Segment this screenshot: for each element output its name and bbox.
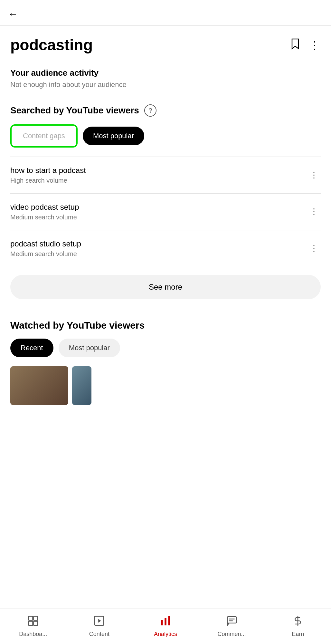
more-vert-icon[interactable]: ⋮	[309, 39, 321, 52]
nav-label-comments: Commen...	[218, 631, 246, 638]
audience-activity-subtitle: Not enough info about your audience	[10, 81, 321, 89]
svg-rect-8	[168, 616, 170, 625]
result-item-title: video podcast setup	[10, 203, 79, 212]
result-more-icon[interactable]: ⋮	[307, 169, 321, 181]
nav-item-dashboard[interactable]: Dashboa...	[0, 615, 66, 638]
nav-label-earn: Earn	[292, 631, 304, 638]
table-row: podcast studio setup Medium search volum…	[10, 230, 321, 267]
watched-section: Watched by YouTube viewers Recent Most p…	[0, 311, 331, 410]
table-row: how to start a podcast High search volum…	[10, 157, 321, 194]
page-title-section: podcasting ⋮	[0, 26, 331, 62]
result-item-text: video podcast setup Medium search volume	[10, 203, 79, 221]
thumbnail-item[interactable]	[10, 366, 68, 405]
tab-recent[interactable]: Recent	[10, 339, 53, 357]
svg-rect-3	[33, 621, 38, 625]
result-item-text: podcast studio setup Medium search volum…	[10, 239, 81, 258]
back-button[interactable]: ←	[8, 7, 21, 20]
tab-most-popular[interactable]: Most popular	[83, 127, 144, 145]
searched-section: Searched by YouTube viewers ? Content ga…	[0, 95, 331, 311]
help-icon[interactable]: ?	[144, 104, 156, 117]
audience-activity-title: Your audience activity	[10, 68, 321, 78]
svg-rect-7	[165, 618, 166, 626]
tab-content-gaps[interactable]: Content gaps	[13, 127, 75, 145]
searched-header: Searched by YouTube viewers ?	[10, 104, 321, 117]
bookmark-icon[interactable]	[290, 38, 300, 52]
bottom-nav: Dashboa... Content Analytics	[0, 609, 331, 644]
result-item-text: how to start a podcast High search volum…	[10, 166, 86, 184]
search-result-list: how to start a podcast High search volum…	[10, 157, 321, 267]
content-gaps-highlight: Content gaps	[10, 124, 78, 148]
comments-icon	[226, 615, 237, 629]
nav-item-earn[interactable]: Earn	[265, 615, 331, 638]
see-more-button[interactable]: See more	[10, 275, 321, 299]
result-more-icon[interactable]: ⋮	[307, 206, 321, 218]
content-icon	[94, 615, 105, 629]
watched-filter-row: Recent Most popular	[10, 339, 321, 357]
svg-rect-2	[29, 621, 33, 625]
tab-most-popular-watched[interactable]: Most popular	[59, 339, 120, 357]
result-item-subtitle: Medium search volume	[10, 214, 79, 221]
nav-label-content: Content	[89, 631, 109, 638]
tab-filter-row: Content gaps Most popular	[10, 124, 321, 148]
svg-rect-9	[227, 617, 236, 623]
page-title: podcasting	[10, 36, 93, 54]
nav-item-comments[interactable]: Commen...	[199, 615, 265, 638]
result-item-title: how to start a podcast	[10, 166, 86, 175]
svg-marker-5	[99, 619, 101, 622]
dashboard-icon	[28, 615, 39, 629]
analytics-icon	[160, 615, 171, 629]
result-item-subtitle: Medium search volume	[10, 250, 81, 258]
title-actions: ⋮	[290, 38, 321, 52]
table-row: video podcast setup Medium search volume…	[10, 194, 321, 230]
nav-item-analytics[interactable]: Analytics	[132, 615, 199, 638]
nav-label-analytics: Analytics	[154, 631, 177, 638]
watched-title: Watched by YouTube viewers	[10, 320, 321, 331]
result-item-title: podcast studio setup	[10, 239, 81, 248]
nav-label-dashboard: Dashboa...	[19, 631, 47, 638]
audience-activity-section: Your audience activity Not enough info a…	[0, 62, 331, 95]
result-more-icon[interactable]: ⋮	[307, 242, 321, 255]
nav-item-content[interactable]: Content	[66, 615, 133, 638]
earn-icon	[292, 615, 303, 629]
svg-rect-1	[33, 616, 38, 620]
svg-rect-0	[29, 616, 33, 620]
thumbnail-row	[10, 366, 321, 405]
thumbnail-item[interactable]	[72, 366, 91, 405]
result-item-subtitle: High search volume	[10, 177, 86, 184]
header: ←	[0, 0, 331, 26]
svg-rect-6	[161, 620, 163, 625]
searched-title: Searched by YouTube viewers	[10, 105, 139, 116]
